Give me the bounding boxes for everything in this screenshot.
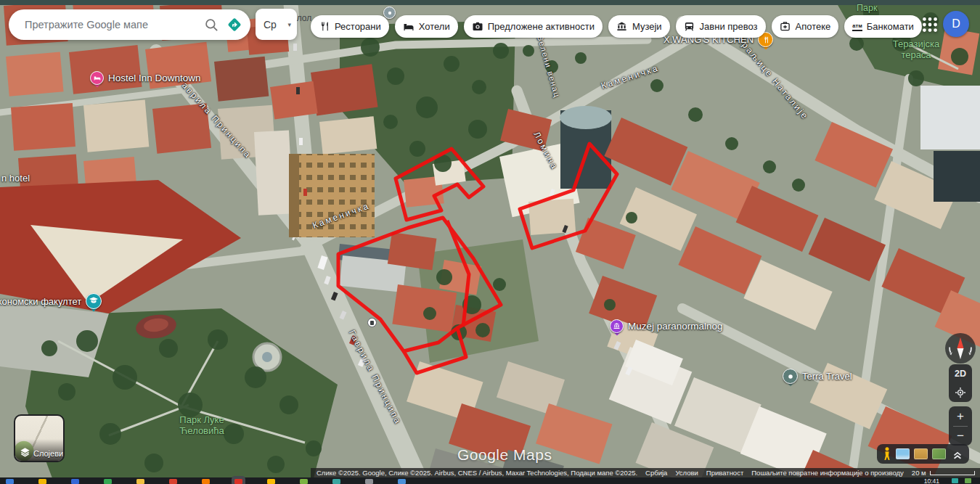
scale-bar xyxy=(930,471,975,475)
taskbar-app-icon[interactable] xyxy=(234,479,242,484)
toggle-2d-button[interactable]: 2D xyxy=(949,364,972,383)
taskbar-clock: 10:41 xyxy=(924,477,939,484)
chevron-down-icon: ▾ xyxy=(287,21,291,28)
search-icon[interactable] xyxy=(204,17,219,32)
taskbar-app-icon[interactable] xyxy=(169,479,177,484)
layers-button[interactable]: Слојеви xyxy=(14,414,65,462)
account-avatar[interactable]: D xyxy=(943,11,969,37)
my-location-button[interactable] xyxy=(949,383,972,402)
zoom-controls: + − xyxy=(949,406,972,446)
directions-icon[interactable] xyxy=(226,16,243,33)
search-bar[interactable] xyxy=(9,9,250,40)
imagery-thumb-green[interactable] xyxy=(932,448,946,459)
chip-public-transport[interactable]: Јавни превоз xyxy=(676,15,766,38)
poi-terra-travel[interactable]: Terra Travel xyxy=(783,369,852,384)
area-label-park: Парк xyxy=(857,3,877,13)
chip-restaurants[interactable]: Ресторани xyxy=(311,15,389,38)
taskbar-app-icon[interactable] xyxy=(398,479,406,484)
taskbar-tray-icon[interactable] xyxy=(952,478,958,483)
imagery-thumb-terrain[interactable] xyxy=(914,448,928,459)
taskbar-app-icon[interactable] xyxy=(136,479,144,484)
google-apps-grid-icon[interactable] xyxy=(916,15,944,35)
taskbar-app-icon[interactable] xyxy=(365,479,373,484)
chip-atms[interactable]: атм Банкомати xyxy=(844,15,922,38)
taskbar-app-icon[interactable] xyxy=(71,479,79,484)
museum-icon xyxy=(616,21,628,33)
museum-poi-icon xyxy=(610,319,624,333)
category-chips: Ресторани Хотели Предложене активности М… xyxy=(311,15,922,38)
restaurants-icon xyxy=(319,21,330,33)
camera-icon xyxy=(472,21,483,33)
generic-poi-icon xyxy=(783,369,798,384)
taskbar-app-icon[interactable] xyxy=(38,479,46,484)
chip-pharmacies[interactable]: Апотеке xyxy=(772,15,839,38)
taskbar-tray-icon[interactable] xyxy=(965,478,971,483)
os-taskbar-sliver: 10:41 xyxy=(0,477,980,484)
chip-museums[interactable]: Музеји xyxy=(608,15,670,38)
transit-icon xyxy=(684,21,695,33)
bus-stop-icon[interactable] xyxy=(367,318,377,327)
zoom-in-button[interactable]: + xyxy=(949,406,972,426)
poi-hostel-inn-downtown[interactable]: Hostel Inn Downtown xyxy=(90,71,201,85)
attribution-bar: Слике ©2025. Google, Слике ©2025. Airbus… xyxy=(311,468,980,477)
expand-imagery-icon[interactable] xyxy=(952,448,963,460)
country-link[interactable]: Србија xyxy=(645,469,667,477)
pharmacy-icon xyxy=(780,21,791,33)
taskbar-app-icon[interactable] xyxy=(6,479,14,484)
area-label-terazijska-terasa: Теразијска тераса xyxy=(880,39,952,61)
hotels-icon xyxy=(403,21,415,33)
poi-muzej-paranormalnog[interactable]: Muzej paranormalnog xyxy=(610,319,723,333)
language-button[interactable]: Ср ▾ xyxy=(256,9,297,40)
zoom-out-button[interactable]: − xyxy=(949,427,972,446)
taskbar-app-icon[interactable] xyxy=(104,479,112,484)
streetview-bar xyxy=(877,444,969,464)
google-maps-watermark: Google Maps xyxy=(457,446,552,464)
area-label-park-luke-celovica: Парк Луке Ћеловића xyxy=(161,415,242,437)
privacy-link[interactable]: Приватност xyxy=(706,469,743,477)
crosshair-icon xyxy=(955,387,966,398)
taskbar-app-icon[interactable] xyxy=(300,479,308,484)
feedback-link[interactable]: Пошаљите повратне информације о производ… xyxy=(751,469,904,477)
terms-link[interactable]: Услови xyxy=(675,469,698,477)
chip-hotels[interactable]: Хотели xyxy=(395,15,458,38)
search-input[interactable] xyxy=(23,18,197,31)
top-edge-strip xyxy=(0,0,980,5)
bus-glyph xyxy=(370,321,374,325)
lodging-poi-icon xyxy=(90,71,104,85)
compass-control[interactable] xyxy=(944,332,976,364)
view-controls: 2D xyxy=(949,364,972,402)
taskbar-app-icon[interactable] xyxy=(332,479,340,484)
taskbar-app-icon[interactable] xyxy=(202,479,210,484)
layers-icon xyxy=(20,447,30,458)
poi-hotel-partial: n hotel xyxy=(1,173,30,184)
chip-suggested-activities[interactable]: Предложене активности xyxy=(464,15,603,38)
imagery-thumb-sky[interactable] xyxy=(896,448,910,459)
google-maps-app: Гаврила Принципа Гаврила Принципа Камени… xyxy=(0,0,980,484)
map-scale: 20 м xyxy=(912,469,975,477)
atm-icon: атм xyxy=(852,22,862,31)
poi-ekonomski-fakultet[interactable]: Економски факултет xyxy=(0,293,102,309)
taskbar-app-icon[interactable] xyxy=(267,479,275,484)
school-poi-pin-icon xyxy=(86,293,102,309)
map-attribution: Слике ©2025. Google, Слике ©2025. Airbus… xyxy=(317,469,637,477)
pegman-icon[interactable] xyxy=(883,447,891,461)
